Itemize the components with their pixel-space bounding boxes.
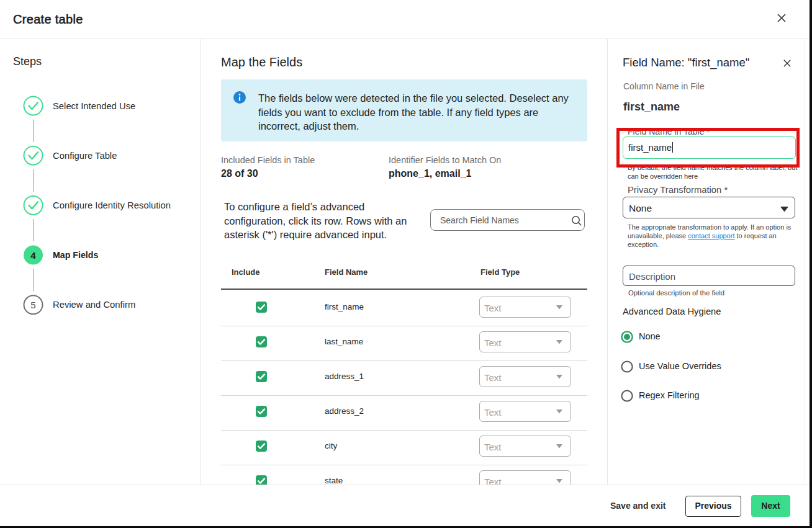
svg-text:5: 5 bbox=[30, 300, 35, 310]
svg-text:4: 4 bbox=[30, 250, 36, 261]
